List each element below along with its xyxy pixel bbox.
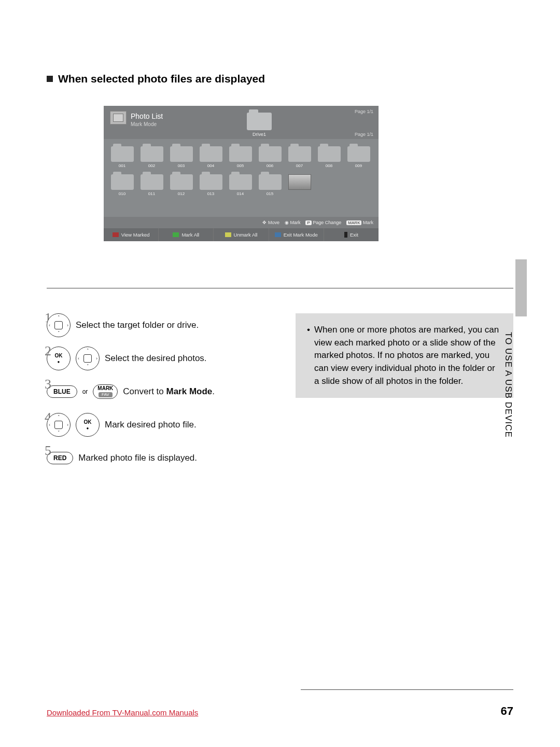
step-1: 1 ˄˅‹› Select the target folder or drive… [47,313,275,337]
hint-move: ✥ Move [262,220,279,225]
folder-icon [200,146,222,162]
photo-list-icon [110,111,127,125]
yellow-swatch-icon [225,232,231,237]
action-unmark-all: Unmark All [214,228,269,241]
mark-fav-button-icon: MARK FAV [93,384,118,399]
action-mark-all: Mark All [159,228,214,241]
exit-icon [344,232,347,238]
folder-icon [288,146,311,162]
step-2: 2 OK ˄˅‹› Select the desired photos. [47,347,275,370]
heading-text: When selected photo files are displayed [58,73,265,85]
step-text: Convert to Mark Mode. [123,386,215,397]
tv-action-bar: View Marked Mark All Unmark All Exit Mar… [104,228,379,241]
folder-item: 014 [228,174,253,196]
or-label: or [82,388,88,395]
step-3: 3 BLUE or MARK FAV Convert to Mark Mode. [47,380,275,404]
step-5: 5 RED Marked photo file is displayed. [47,446,275,470]
page-indicator-top: Page 1/1 [355,109,373,114]
folder-item: 006 [258,146,282,168]
note-box: •When one or more photos are marked, you… [296,313,513,398]
hint-mark2: MARK Mark [346,220,373,225]
ok-button-icon: OK [76,413,100,437]
folder-item: 012 [169,174,193,196]
folder-icon [347,146,370,162]
step-text: Select the target folder or drive. [76,320,199,330]
drive-label: Drive1 [253,132,266,137]
tv-subtitle: Mark Mode [131,121,163,127]
folder-icon [259,146,282,162]
side-tab-label: TO USE A USB DEVICE [503,332,513,438]
tv-hint-bar: ✥ Move ◉ Mark P Page Change MARK Mark [104,217,379,228]
thumbnail-icon [288,174,311,190]
step-text: Select the desired photos. [105,353,207,364]
note-text: When one or more photos are marked, you … [314,324,502,388]
page-indicator-side: Page 1/1 [355,132,373,137]
folder-item: 015 [258,174,282,196]
action-exit: Exit [324,228,379,241]
folder-icon [141,174,163,190]
step-text: Marked photo file is displayed. [78,453,197,463]
folder-icon [170,146,193,162]
folder-item: 003 [169,146,193,168]
hint-page-change: P Page Change [305,220,341,225]
folder-icon [111,174,134,190]
steps-list: 1 ˄˅‹› Select the target folder or drive… [47,313,275,479]
heading-bullet-icon [47,76,53,82]
folder-icon [141,146,163,162]
tv-title: Photo List [131,112,163,120]
red-swatch-icon [113,232,119,237]
step-text: Mark desired photo file. [105,420,197,430]
nav-button-icon: ˄˅‹› [76,347,100,370]
divider [47,288,513,288]
folder-icon [229,174,252,190]
folder-icon [200,174,222,190]
nav-button-icon: ˄˅‹› [47,413,71,437]
bullet-icon: • [307,324,310,388]
tv-screenshot: Photo List Mark Mode Drive1 Page 1/1 Pag… [104,106,379,241]
action-view-marked: View Marked [104,228,159,241]
page-number: 67 [501,704,513,718]
drive-folder-icon [247,113,272,130]
step-4: 4 ˄˅‹› OK Mark desired photo file. [47,413,275,437]
folder-grid-row1: 001 002 003 004 005 006 007 008 009 [110,146,372,168]
bottom-divider [301,689,513,690]
folder-icon [259,174,282,190]
section-heading: When selected photo files are displayed [47,73,513,85]
step-number: 3 [45,377,51,392]
folder-icon [111,146,134,162]
folder-item: 011 [139,174,164,196]
folder-icon [229,146,252,162]
photo-thumbnail [287,174,312,196]
folder-item: 005 [228,146,253,168]
folder-icon [318,146,341,162]
folder-item: 010 [110,174,134,196]
side-tab-block [515,259,527,316]
step-number: 2 [45,343,51,359]
hint-mark: ◉ Mark [285,220,301,225]
green-swatch-icon [173,232,179,237]
folder-item: 007 [287,146,312,168]
folder-item: 001 [110,146,134,168]
folder-item: 004 [199,146,223,168]
folder-icon [170,174,193,190]
folder-item: 013 [199,174,223,196]
action-exit-mark-mode: Exit Mark Mode [269,228,324,241]
folder-grid-row2: 010 011 012 013 014 015 [110,174,372,196]
download-link[interactable]: Downloaded From TV-Manual.com Manuals [47,708,198,717]
folder-item: 008 [317,146,341,168]
blue-swatch-icon [275,232,281,237]
folder-item: 009 [346,146,371,168]
nav-button-icon: ˄˅‹› [47,313,71,337]
folder-item: 002 [139,146,164,168]
step-number: 5 [45,443,51,459]
